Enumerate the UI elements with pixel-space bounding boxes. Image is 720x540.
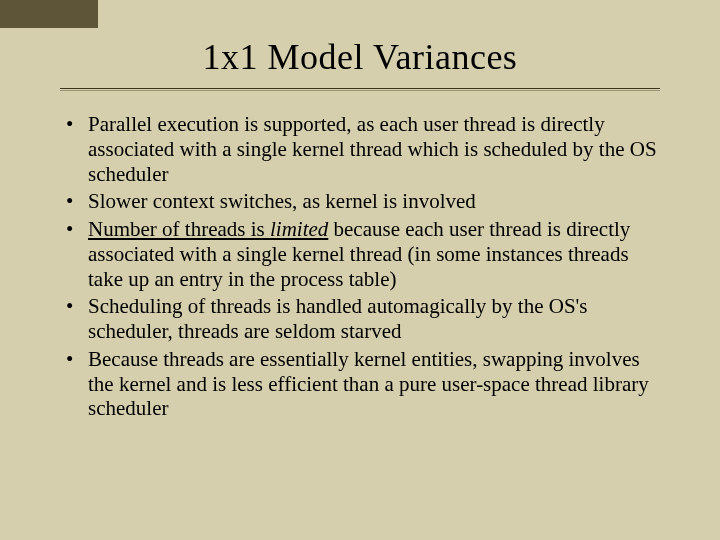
list-item: Slower context switches, as kernel is in… [60,189,660,214]
slide: 1x1 Model Variances Parallel execution i… [0,0,720,540]
slide-title: 1x1 Model Variances [60,36,660,78]
bullet-text-em: limited [270,217,328,241]
list-item: Because threads are essentially kernel e… [60,347,660,421]
corner-accent [0,0,98,28]
list-item: Number of threads is limited because eac… [60,217,660,291]
divider-line [60,88,660,89]
bullet-text: Slower context switches, as kernel is in… [88,189,476,213]
bullet-text-pre: Number of threads is [88,217,270,241]
bullet-list: Parallel execution is supported, as each… [60,112,660,421]
bullet-text: Because threads are essentially kernel e… [88,347,649,421]
divider-shadow [60,90,660,91]
bullet-text: Scheduling of threads is handled automag… [88,294,588,343]
list-item: Scheduling of threads is handled automag… [60,294,660,344]
bullet-text: Parallel execution is supported, as each… [88,112,657,186]
list-item: Parallel execution is supported, as each… [60,112,660,186]
divider [60,88,660,98]
